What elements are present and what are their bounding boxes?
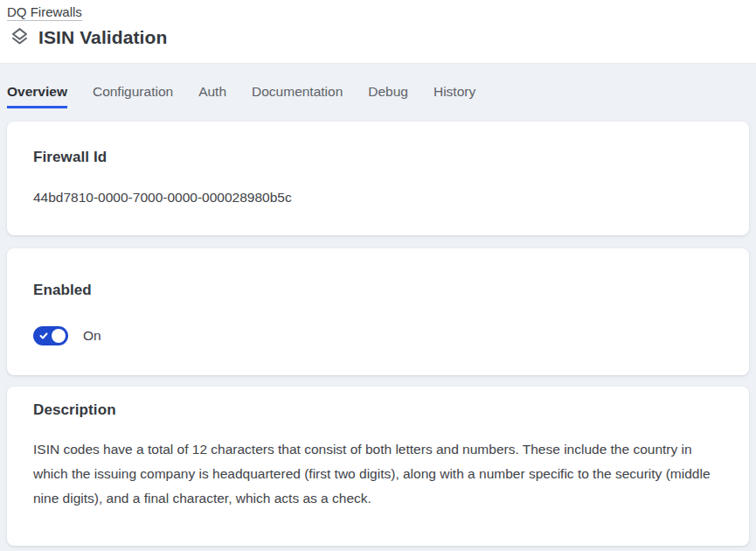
layers-icon [9,26,31,48]
description-title: Description [33,401,723,419]
firewall-id-card: Firewall Id 44bd7810-0000-7000-0000-0000… [7,122,749,235]
enabled-title: Enabled [33,282,723,299]
tab-configuration[interactable]: Configuration [93,84,173,108]
tab-bar: Overview Configuration Auth Documentatio… [0,84,756,108]
enabled-toggle[interactable] [33,326,68,345]
page-header: DQ Firewalls ISIN Validation [0,0,756,64]
tab-documentation[interactable]: Documentation [252,84,343,108]
breadcrumb-dq-firewalls[interactable]: DQ Firewalls [7,4,82,21]
main-content: Firewall Id 44bd7810-0000-7000-0000-0000… [0,122,756,546]
description-card: Description ISIN codes have a total of 1… [7,387,749,546]
firewall-id-value: 44bd7810-0000-7000-0000-000028980b5c [33,190,723,206]
tab-overview[interactable]: Overview [7,84,67,108]
enabled-toggle-row: On [33,326,723,345]
firewall-id-title: Firewall Id [33,149,723,166]
toggle-state-label: On [83,328,101,344]
tab-auth[interactable]: Auth [198,84,226,108]
toggle-knob [52,329,66,343]
enabled-card: Enabled On [7,248,749,375]
description-body: ISIN codes have a total of 12 characters… [33,437,723,511]
tab-history[interactable]: History [433,84,475,108]
page-title: ISIN Validation [38,27,167,48]
check-icon [39,331,48,340]
tab-debug[interactable]: Debug [368,84,408,108]
title-row: ISIN Validation [7,26,749,48]
